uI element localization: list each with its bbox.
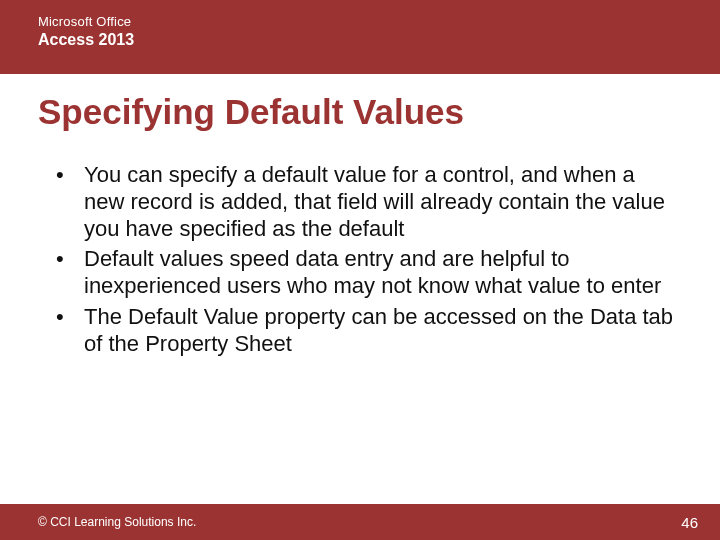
- header-band: Microsoft Office Access 2013: [0, 0, 720, 74]
- bullet-item: You can specify a default value for a co…: [56, 162, 680, 242]
- bullet-item: The Default Value property can be access…: [56, 304, 680, 358]
- bullet-item: Default values speed data entry and are …: [56, 246, 680, 300]
- slide-title: Specifying Default Values: [38, 92, 464, 132]
- slide: Microsoft Office Access 2013 Specifying …: [0, 0, 720, 540]
- footer-band: © CCI Learning Solutions Inc. 46: [0, 504, 720, 540]
- brand-line: Microsoft Office: [38, 14, 720, 29]
- product-line: Access 2013: [38, 31, 720, 49]
- slide-body: You can specify a default value for a co…: [56, 162, 680, 362]
- copyright-text: © CCI Learning Solutions Inc.: [38, 515, 196, 529]
- page-number: 46: [681, 514, 698, 531]
- bullet-list: You can specify a default value for a co…: [56, 162, 680, 358]
- header-inner: Microsoft Office Access 2013: [0, 0, 720, 49]
